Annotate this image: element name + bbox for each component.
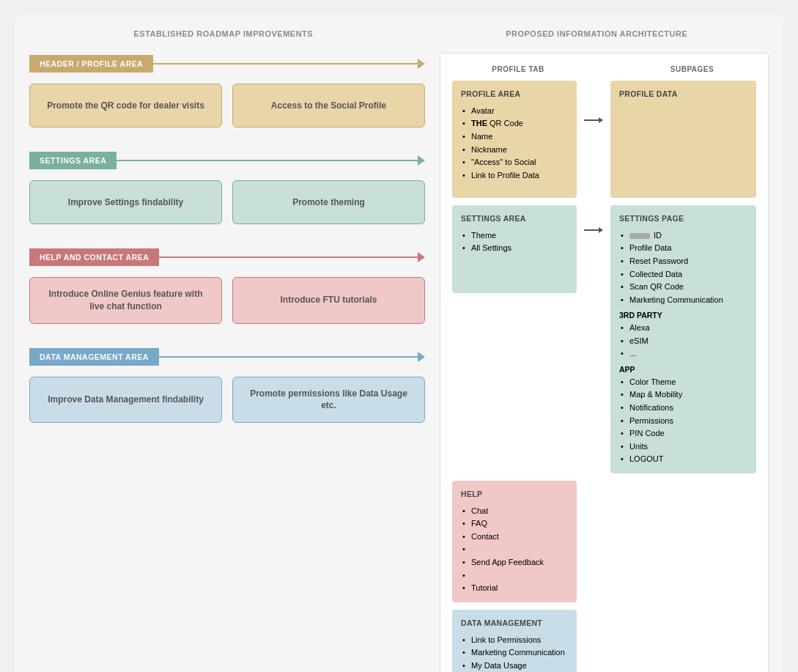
ia-help-item-feedback: Send App Feedback [461, 556, 568, 569]
area-settings: SETTINGS AREA Improve Settings findabili… [29, 149, 425, 224]
ia-profile-box: PROFILE AREA Avatar THE QR Code Name Nic… [452, 81, 577, 198]
top-headers: ESTABLISHED ROADMAP IMPROVEMENTS PROPOSE… [29, 29, 769, 38]
cards-help: Introduce Online Genius feature with liv… [29, 277, 425, 324]
right-side-ia: PROFILE TAB SUBPAGES PROFILE AREA Avatar… [440, 53, 769, 672]
ia-row-help: HELP Chat FAQ Contact Send App Feedback … [452, 481, 756, 602]
arrowhead-green [418, 155, 425, 166]
ia-settings-page-list: ID Profile Data Reset Password Collected… [619, 229, 747, 307]
ia-item-map: Map & Mobility [619, 388, 747, 402]
h-arrow-head-settings [599, 227, 603, 233]
ia-arrow-settings [584, 205, 603, 233]
ia-profile-title: PROFILE AREA [461, 88, 568, 100]
banner-label-data: DATA MANAGEMENT AREA [29, 348, 159, 366]
ia-help-item-contact: Contact [461, 531, 568, 544]
card-data-findability: Improve Data Management findability [29, 377, 222, 424]
arrow-line-green [117, 160, 418, 161]
banner-label-header-profile: HEADER / PROFILE AREA [29, 55, 153, 73]
ia-arrow-profile [584, 81, 603, 123]
arrowhead-blue [418, 352, 425, 362]
arrow-line-red [159, 256, 418, 258]
ia-help-item-spacer [461, 543, 568, 556]
ia-profile-item-link: Link to Profile Data [461, 169, 568, 182]
h-arrow-line-profile [584, 119, 599, 121]
ia-settings-page-box: SETTINGS PAGE ID Profile Data Reset Pass… [610, 205, 756, 473]
ia-item-esim: eSIM [619, 335, 747, 348]
area-header-profile: HEADER / PROFILE AREA Promote the QR cod… [29, 53, 425, 128]
banner-help: HELP AND CONTACT AREA [29, 246, 425, 268]
ia-item-color-theme: Color Theme [619, 376, 747, 389]
ia-profile-item-name: Name [461, 130, 568, 144]
h-arrow-settings [584, 227, 603, 233]
left-side: HEADER / PROFILE AREA Promote the QR cod… [29, 53, 440, 672]
left-header: ESTABLISHED ROADMAP IMPROVEMENTS [51, 29, 425, 38]
h-arrow-profile [584, 117, 603, 123]
banner-settings: SETTINGS AREA [29, 149, 425, 171]
card-findability: Improve Settings findability [29, 180, 222, 224]
ia-help-list: Chat FAQ Contact Send App Feedback Tutor… [461, 505, 568, 595]
ia-help-title: HELP [461, 488, 568, 501]
ia-item-alexa: Alexa [619, 322, 747, 335]
ia-help-item-chat: Chat [461, 505, 568, 518]
col-header-profile-tab: PROFILE TAB [452, 65, 584, 73]
ia-item-pin: PIN Code [619, 427, 747, 440]
banner-arrow-help [159, 246, 425, 268]
main-container: ESTABLISHED ROADMAP IMPROVEMENTS PROPOSE… [15, 15, 783, 672]
ia-settings-page-title: SETTINGS PAGE [619, 213, 747, 225]
ia-profile-data-box: PROFILE DATA [610, 81, 756, 198]
ia-item-dots: ... [619, 347, 747, 361]
ia-3rd-party-label: 3RD PARTY [619, 309, 747, 322]
ia-settings-list: Theme All Settings [461, 229, 568, 255]
card-ftu-tutorials: Introduce FTU tutorials [232, 277, 425, 324]
ia-item-units: Units [619, 440, 747, 454]
ia-app-list: Color Theme Map & Mobility Notifications… [619, 376, 747, 466]
ia-column-headers: PROFILE TAB SUBPAGES [452, 65, 756, 73]
ia-item-logout: LOGOUT [619, 453, 747, 466]
ia-app-label: APP [619, 363, 747, 376]
main-layout: HEADER / PROFILE AREA Promote the QR cod… [29, 53, 769, 672]
cards-data: Improve Data Management findability Prom… [29, 377, 425, 424]
banner-label-help: HELP AND CONTACT AREA [29, 248, 159, 266]
ia-settings-item-theme: Theme [461, 229, 568, 243]
ia-sections: PROFILE AREA Avatar THE QR Code Name Nic… [452, 81, 756, 672]
arrowhead-red [418, 252, 425, 262]
ia-profile-item-access: "Access" to Social [461, 156, 568, 169]
banner-data: DATA MANAGEMENT AREA [29, 346, 425, 368]
h-arrow-head-profile [599, 117, 603, 123]
area-data: DATA MANAGEMENT AREA Improve Data Manage… [29, 346, 425, 424]
ia-settings-title: SETTINGS AREA [461, 213, 568, 225]
cards-header-profile: Promote the QR code for dealer visits Ac… [29, 84, 425, 128]
arrow-line-blue [159, 356, 418, 358]
ia-data-item-permissions: Link to Permissions [461, 634, 568, 647]
ia-settings-item-all: All Settings [461, 242, 568, 255]
cards-settings: Improve Settings findability Promote the… [29, 180, 425, 224]
banner-label-settings: SETTINGS AREA [29, 152, 117, 169]
card-qr-code: Promote the QR code for dealer visits [29, 84, 222, 128]
ia-settings-box: SETTINGS AREA Theme All Settings [452, 205, 577, 293]
ia-data-item-marketing: Marketing Communication [461, 646, 568, 660]
ia-settings-item-scan-qr: Scan QR Code [619, 281, 747, 294]
redacted-bar [629, 233, 650, 239]
ia-data-list: Link to Permissions Marketing Communicat… [461, 634, 568, 672]
ia-profile-data-title: PROFILE DATA [619, 88, 747, 100]
ia-item-permissions: Permissions [619, 415, 747, 428]
ia-help-item-tutorial: Tutorial [461, 582, 568, 595]
ia-data-item-usage: My Data Usage [461, 660, 568, 672]
ia-row-settings: SETTINGS AREA Theme All Settings S [452, 205, 756, 473]
card-social-profile: Access to the Social Profile [232, 84, 425, 128]
banner-arrow-settings [117, 149, 425, 171]
ia-settings-item-reset-pw: Reset Password [619, 255, 747, 268]
banner-arrow-data [159, 346, 425, 368]
ia-help-item-faq: FAQ [461, 517, 568, 531]
banner-arrow-header-profile [153, 53, 425, 75]
ia-settings-item-id: ID [619, 229, 747, 243]
arrowhead-gold [418, 59, 425, 69]
ia-row-data: DATA MANAGEMENT Link to Permissions Mark… [452, 610, 756, 672]
card-theming: Promote theming [232, 180, 425, 224]
ia-data-title: DATA MANAGEMENT [461, 617, 568, 629]
card-online-genius: Introduce Online Genius feature with liv… [29, 277, 222, 324]
ia-3rd-party-list: Alexa eSIM ... [619, 322, 747, 361]
ia-profile-item-avatar: Avatar [461, 105, 568, 118]
ia-profile-item-nickname: Nickname [461, 144, 568, 157]
h-arrow-line-settings [584, 229, 599, 231]
ia-item-notifications: Notifications [619, 402, 747, 415]
